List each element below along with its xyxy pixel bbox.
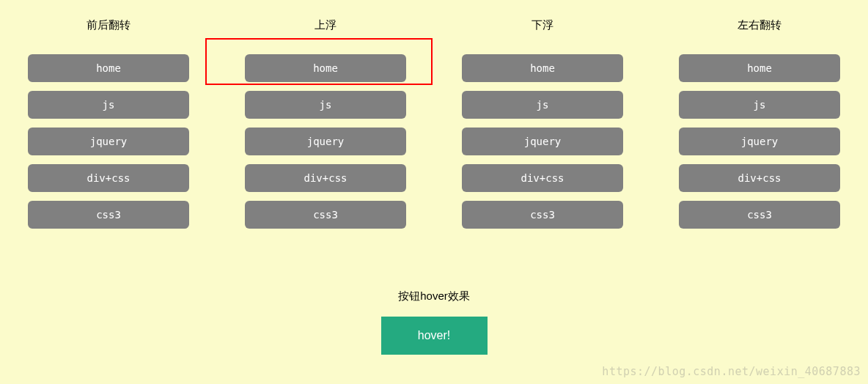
nav-item-js[interactable]: js xyxy=(462,91,623,119)
nav-item-home[interactable]: home xyxy=(462,54,623,82)
nav-item-jquery[interactable]: jquery xyxy=(28,128,189,155)
nav-item-divcss[interactable]: div+css xyxy=(28,164,189,192)
nav-item-divcss[interactable]: div+css xyxy=(245,164,406,192)
column-flip-front-back: 前后翻转 home js jquery div+css css3 xyxy=(22,18,195,237)
watermark: https://blog.csdn.net/weixin_40687883 xyxy=(602,365,861,378)
nav-item-js[interactable]: js xyxy=(679,91,840,119)
nav-item-jquery[interactable]: jquery xyxy=(462,128,623,155)
nav-item-divcss[interactable]: div+css xyxy=(462,164,623,192)
column-flip-left-right: 左右翻转 home js jquery div+css css3 xyxy=(673,18,846,237)
nav-item-jquery[interactable]: jquery xyxy=(679,128,840,155)
column-title: 上浮 xyxy=(315,18,336,32)
nav-item-css3[interactable]: css3 xyxy=(28,201,189,229)
nav-item-home[interactable]: home xyxy=(679,54,840,82)
nav-item-css3[interactable]: css3 xyxy=(679,201,840,229)
nav-item-css3[interactable]: css3 xyxy=(245,201,406,229)
nav-item-home[interactable]: home xyxy=(245,54,406,82)
column-title: 前后翻转 xyxy=(87,18,130,32)
nav-item-js[interactable]: js xyxy=(28,91,189,119)
nav-item-divcss[interactable]: div+css xyxy=(679,164,840,192)
hover-button[interactable]: hover! xyxy=(381,317,488,355)
bottom-section: 按钮hover效果 hover! xyxy=(0,289,868,355)
column-title: 下浮 xyxy=(532,18,553,32)
column-float-down: 下浮 home js jquery div+css css3 xyxy=(456,18,629,237)
nav-item-home[interactable]: home xyxy=(28,54,189,82)
nav-item-js[interactable]: js xyxy=(245,91,406,119)
column-float-up: 上浮 home js jquery div+css css3 xyxy=(239,18,412,237)
column-title: 左右翻转 xyxy=(738,18,781,32)
nav-item-css3[interactable]: css3 xyxy=(462,201,623,229)
hover-title: 按钮hover效果 xyxy=(398,289,470,303)
columns-container: 前后翻转 home js jquery div+css css3 上浮 home… xyxy=(0,0,868,237)
nav-item-jquery[interactable]: jquery xyxy=(245,128,406,155)
